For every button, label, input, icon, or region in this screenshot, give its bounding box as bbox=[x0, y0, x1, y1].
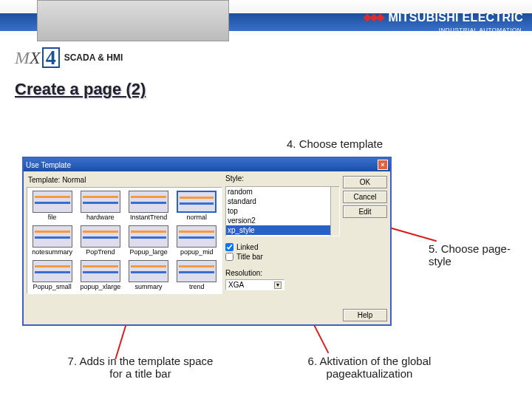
dialog-title-text: Use Template bbox=[26, 161, 71, 169]
template-item[interactable]: PopTrend bbox=[77, 224, 123, 257]
ok-button[interactable]: OK bbox=[343, 176, 387, 188]
template-label: Template: Normal bbox=[28, 176, 222, 184]
scrollbar[interactable] bbox=[330, 187, 339, 236]
template-thumbnail[interactable] bbox=[177, 191, 216, 213]
template-thumbnail[interactable] bbox=[129, 225, 168, 248]
template-thumbnail[interactable] bbox=[33, 260, 72, 282]
template-thumbnail[interactable] bbox=[81, 191, 120, 213]
annotation-5: 5. Choose page-style bbox=[429, 242, 517, 267]
template-thumbnail[interactable] bbox=[129, 191, 168, 213]
template-name: PopTrend bbox=[86, 248, 115, 256]
template-grid: filehardwareInstantTrendnormalnotesummar… bbox=[27, 187, 222, 294]
template-thumbnail[interactable] bbox=[33, 191, 72, 213]
template-name: normal bbox=[187, 214, 208, 221]
template-name: summary bbox=[135, 283, 163, 290]
use-template-dialog: Use Template × Template: Normal filehard… bbox=[22, 157, 392, 326]
header-banner: MITSUBISHI ELECTRIC INDUSTRIAL AUTOMATIO… bbox=[0, 0, 532, 44]
template-thumbnail[interactable] bbox=[33, 225, 72, 248]
brand-subtitle: INDUSTRIAL AUTOMATION bbox=[439, 27, 522, 33]
template-thumbnail[interactable] bbox=[177, 260, 216, 282]
header-photo bbox=[37, 0, 229, 41]
template-name: popup_xlarge bbox=[81, 283, 121, 290]
template-thumbnail[interactable] bbox=[129, 260, 168, 282]
brand-logo: MITSUBISHI ELECTRIC bbox=[364, 11, 523, 24]
style-option[interactable]: standard bbox=[226, 197, 339, 206]
template-item[interactable]: trend bbox=[174, 259, 220, 292]
template-item[interactable]: Popup_small bbox=[29, 259, 75, 292]
brand-name: MITSUBISHI ELECTRIC bbox=[388, 11, 523, 24]
titlebar-checkbox[interactable]: Title bar bbox=[225, 253, 340, 261]
slide-title: Create a page (2) bbox=[15, 80, 532, 99]
style-listbox[interactable]: randomstandardtopversion2xp_style bbox=[225, 186, 340, 236]
linked-checkbox[interactable]: Linked bbox=[225, 243, 340, 251]
style-option[interactable]: version2 bbox=[226, 216, 339, 225]
template-name: popup_mid bbox=[180, 248, 214, 256]
style-option[interactable]: random bbox=[226, 187, 339, 197]
template-name: Popup_large bbox=[130, 248, 168, 256]
style-option[interactable]: xp_style bbox=[226, 225, 339, 235]
annotation-6: 6. Aktivation of the global pageaktualiz… bbox=[288, 355, 451, 380]
linked-checkbox-label: Linked bbox=[236, 243, 258, 251]
close-icon[interactable]: × bbox=[378, 160, 388, 170]
template-name: trend bbox=[189, 283, 205, 290]
product-band: M X 4 SCADA & HMI bbox=[0, 47, 532, 68]
resolution-label: Resolution: bbox=[225, 269, 340, 277]
template-thumbnail[interactable] bbox=[177, 225, 216, 248]
template-item[interactable]: hardware bbox=[77, 189, 123, 222]
annotation-4: 4. Choose template bbox=[287, 137, 383, 150]
template-name: InstantTrend bbox=[130, 214, 167, 221]
resolution-select[interactable]: XGA ▼ bbox=[225, 279, 284, 290]
template-name: hardware bbox=[86, 214, 115, 221]
template-item[interactable]: summary bbox=[126, 259, 172, 292]
titlebar-checkbox-input[interactable] bbox=[225, 253, 233, 261]
template-name: file bbox=[48, 214, 57, 221]
template-item[interactable]: Popup_large bbox=[126, 224, 172, 257]
help-button[interactable]: Help bbox=[343, 309, 387, 321]
style-option[interactable]: top bbox=[226, 206, 339, 216]
template-item[interactable]: notesummary bbox=[29, 224, 75, 257]
template-thumbnail[interactable] bbox=[81, 260, 120, 282]
resolution-value: XGA bbox=[228, 281, 244, 289]
template-item[interactable]: file bbox=[29, 189, 75, 222]
template-name: notesummary bbox=[32, 248, 72, 256]
dialog-titlebar[interactable]: Use Template × bbox=[24, 158, 390, 171]
product-tagline: SCADA & HMI bbox=[64, 52, 123, 63]
template-name: Popup_small bbox=[33, 283, 72, 290]
template-item[interactable]: popup_mid bbox=[174, 224, 220, 257]
titlebar-checkbox-label: Title bar bbox=[236, 253, 263, 261]
linked-checkbox-input[interactable] bbox=[225, 243, 233, 251]
chevron-down-icon[interactable]: ▼ bbox=[274, 282, 282, 289]
cancel-button[interactable]: Cancel bbox=[343, 191, 387, 203]
template-item[interactable]: popup_xlarge bbox=[77, 259, 123, 292]
template-thumbnail[interactable] bbox=[81, 225, 120, 248]
template-item[interactable]: InstantTrend bbox=[126, 189, 172, 222]
edit-button[interactable]: Edit bbox=[343, 205, 387, 218]
style-label: Style: bbox=[225, 174, 340, 183]
mx4-logo: M X 4 bbox=[15, 47, 60, 68]
annotation-7: 7. Adds in the template space for a titl… bbox=[66, 355, 214, 380]
mitsubishi-diamonds-icon bbox=[364, 15, 383, 21]
template-item[interactable]: normal bbox=[174, 189, 220, 222]
